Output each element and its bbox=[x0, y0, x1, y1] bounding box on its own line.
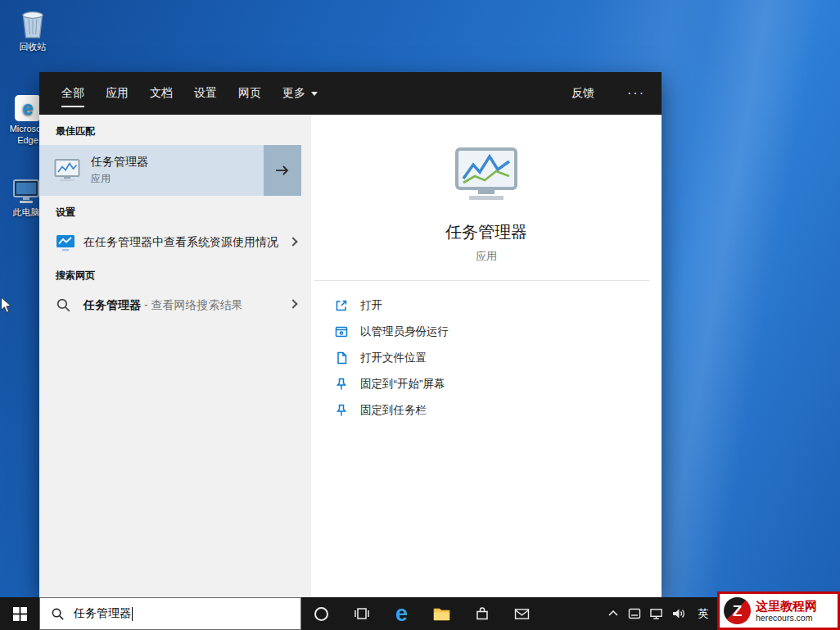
task-manager-icon bbox=[54, 159, 80, 182]
action-label: 打开文件位置 bbox=[360, 351, 427, 365]
chevron-right-icon bbox=[288, 299, 297, 308]
web-result-suffix: - 查看网络搜索结果 bbox=[141, 298, 242, 311]
network-icon bbox=[649, 608, 663, 620]
network-button[interactable] bbox=[645, 597, 667, 630]
chevron-right-icon bbox=[288, 237, 297, 246]
mail-button[interactable] bbox=[502, 597, 542, 630]
mail-icon bbox=[514, 608, 530, 620]
search-flyout: 全部 应用 文档 设置 网页 更多 反馈 ··· 最佳匹配 bbox=[39, 72, 662, 597]
tab-settings[interactable]: 设置 bbox=[183, 72, 228, 115]
watermark-logo: Z bbox=[724, 597, 751, 624]
action-label: 以管理员身份运行 bbox=[360, 324, 449, 339]
best-match-result[interactable]: 任务管理器 应用 bbox=[39, 145, 301, 196]
search-icon bbox=[56, 297, 77, 313]
store-icon bbox=[475, 606, 490, 621]
start-button[interactable] bbox=[0, 597, 39, 630]
open-icon bbox=[334, 298, 350, 313]
store-button[interactable] bbox=[462, 597, 502, 630]
desktop-icon-label: 回收站 bbox=[7, 42, 59, 53]
system-resource-icon bbox=[56, 234, 77, 252]
ime-indicator[interactable]: 英 bbox=[689, 597, 717, 630]
volume-icon bbox=[671, 607, 686, 620]
chevron-down-icon bbox=[311, 92, 318, 96]
expand-result-button[interactable] bbox=[264, 145, 301, 196]
action-open-file-location[interactable]: 打开文件位置 bbox=[334, 345, 662, 371]
search-results-pane: 最佳匹配 任务管理器 应用 bbox=[39, 115, 311, 597]
search-query-text: 任务管理器 bbox=[74, 606, 131, 621]
best-match-subtitle: 应用 bbox=[91, 172, 264, 186]
tray-app-icon bbox=[628, 608, 641, 619]
cortana-icon bbox=[314, 607, 328, 621]
watermark-site-url: herecours.com bbox=[756, 613, 817, 623]
search-icon bbox=[51, 607, 65, 621]
windows-logo-icon bbox=[13, 607, 27, 621]
preview-title: 任务管理器 bbox=[311, 221, 662, 243]
arrow-right-icon bbox=[275, 165, 290, 176]
tab-all[interactable]: 全部 bbox=[51, 72, 95, 115]
watermark-site-name: 这里教程网 bbox=[756, 599, 817, 613]
action-pin-to-start[interactable]: 固定到“开始”屏幕 bbox=[334, 371, 662, 397]
action-label: 固定到“开始”屏幕 bbox=[360, 377, 445, 392]
text-caret bbox=[132, 607, 133, 621]
tab-label: 网页 bbox=[238, 86, 261, 101]
feedback-button[interactable]: 反馈 bbox=[555, 72, 611, 115]
file-location-icon bbox=[334, 351, 350, 365]
action-run-as-admin[interactable]: 以管理员身份运行 bbox=[334, 319, 662, 345]
task-manager-large-icon bbox=[452, 193, 521, 207]
recycle-bin-icon bbox=[7, 7, 59, 39]
tab-label: 全部 bbox=[61, 86, 84, 101]
settings-result[interactable]: 在任务管理器中查看系统资源使用情况 bbox=[39, 226, 311, 259]
web-section-header: 搜索网页 bbox=[39, 259, 311, 289]
edge-button[interactable]: e bbox=[382, 597, 422, 630]
tab-label: 应用 bbox=[106, 86, 129, 101]
file-explorer-button[interactable] bbox=[422, 597, 462, 630]
pin-icon bbox=[334, 403, 350, 418]
action-pin-to-taskbar[interactable]: 固定到任务栏 bbox=[334, 397, 662, 424]
taskbar-search-input[interactable]: 任务管理器 bbox=[39, 597, 301, 630]
tab-label: 文档 bbox=[150, 86, 173, 101]
action-open[interactable]: 打开 bbox=[334, 292, 662, 319]
best-match-title: 任务管理器 bbox=[91, 155, 264, 170]
tray-expand-button[interactable] bbox=[603, 597, 623, 630]
best-match-header: 最佳匹配 bbox=[39, 115, 311, 145]
chevron-up-icon bbox=[608, 610, 618, 617]
volume-button[interactable] bbox=[667, 597, 689, 630]
taskbar: 任务管理器 e bbox=[0, 597, 840, 630]
edge-icon: e bbox=[395, 603, 408, 625]
tab-web[interactable]: 网页 bbox=[228, 72, 272, 115]
admin-window-icon bbox=[334, 324, 350, 339]
web-search-result[interactable]: 任务管理器 - 查看网络搜索结果 bbox=[39, 289, 311, 320]
task-view-button[interactable] bbox=[341, 597, 382, 630]
cortana-button[interactable] bbox=[301, 597, 341, 630]
desktop-icon-recycle-bin[interactable]: 回收站 bbox=[7, 7, 59, 53]
folder-icon bbox=[433, 607, 450, 621]
action-label: 固定到任务栏 bbox=[360, 403, 427, 418]
tray-app-button[interactable] bbox=[623, 597, 645, 630]
tab-apps[interactable]: 应用 bbox=[95, 72, 139, 115]
web-result-query: 任务管理器 bbox=[84, 298, 141, 311]
site-watermark: Z 这里教程网 herecours.com bbox=[717, 591, 840, 630]
tab-label: 设置 bbox=[194, 86, 217, 101]
more-options-button[interactable]: ··· bbox=[611, 72, 662, 115]
action-label: 打开 bbox=[360, 298, 382, 313]
settings-result-label: 在任务管理器中查看系统资源使用情况 bbox=[84, 233, 278, 250]
preview-subtitle: 应用 bbox=[311, 249, 662, 264]
search-filter-bar: 全部 应用 文档 设置 网页 更多 反馈 ··· bbox=[39, 72, 662, 115]
task-view-icon bbox=[354, 607, 370, 620]
tab-documents[interactable]: 文档 bbox=[139, 72, 183, 115]
tab-label: 更多 bbox=[282, 86, 305, 101]
pin-icon bbox=[334, 377, 350, 392]
system-tray: 英 bbox=[603, 597, 717, 630]
result-preview-pane: 任务管理器 应用 打开 bbox=[311, 115, 662, 597]
settings-section-header: 设置 bbox=[39, 196, 311, 226]
tab-more[interactable]: 更多 bbox=[272, 72, 328, 115]
